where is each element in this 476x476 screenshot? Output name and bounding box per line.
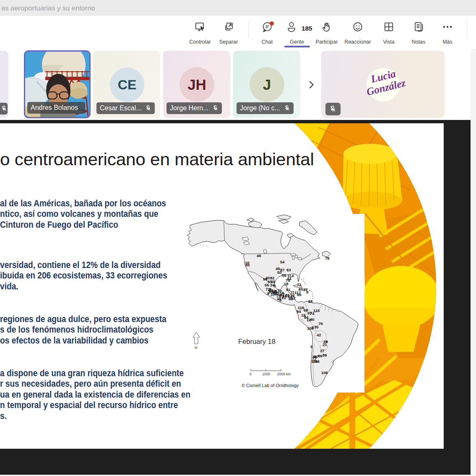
svg-text:1000: 1000 [262,372,270,376]
svg-text:9: 9 [306,290,308,294]
svg-text:3: 3 [312,325,314,330]
svg-text:98: 98 [263,277,268,281]
svg-text:94: 94 [297,309,301,314]
svg-text:35: 35 [314,325,319,329]
svg-text:18: 18 [284,281,289,286]
svg-text:N: N [195,346,198,350]
svg-text:54: 54 [280,260,285,264]
svg-text:5: 5 [310,344,313,349]
svg-text:42: 42 [317,333,321,337]
svg-text:50: 50 [277,270,282,275]
svg-text:52: 52 [291,296,296,300]
svg-text:40: 40 [310,317,315,322]
svg-text:104: 104 [313,359,320,364]
svg-text:46: 46 [257,253,261,258]
svg-text:83: 83 [286,268,291,272]
svg-text:8: 8 [279,298,281,302]
svg-text:0: 0 [250,372,252,376]
svg-text:78: 78 [325,256,330,260]
svg-text:73: 73 [297,282,302,287]
svg-text:106: 106 [321,370,328,375]
svg-text:88: 88 [308,299,313,304]
svg-text:56: 56 [282,273,286,278]
svg-text:22: 22 [282,295,286,300]
svg-text:86: 86 [323,353,327,357]
svg-text:6: 6 [273,284,276,288]
svg-text:74: 74 [310,311,315,316]
svg-text:February 18: February 18 [238,338,276,345]
svg-text:© Cornell Lab of Ornithology: © Cornell Lab of Ornithology [242,383,299,388]
svg-text:45: 45 [245,263,250,267]
svg-text:21: 21 [323,342,327,347]
svg-text:66: 66 [297,292,302,297]
svg-text:2000 km: 2000 km [277,372,291,376]
svg-text:89: 89 [318,354,323,358]
svg-text:79: 79 [318,321,323,326]
